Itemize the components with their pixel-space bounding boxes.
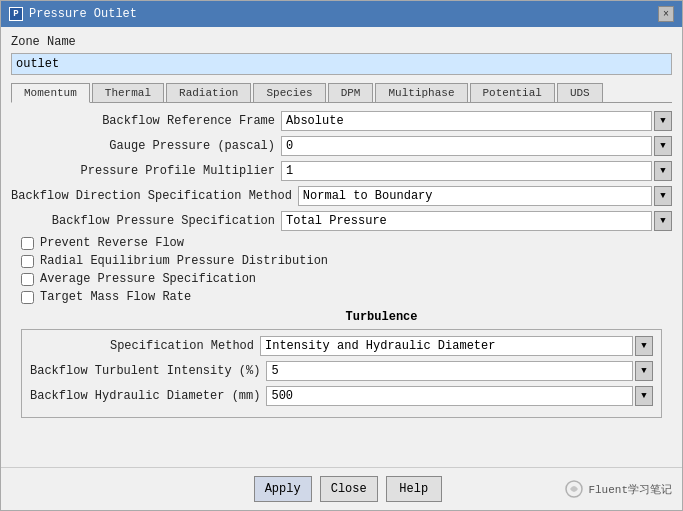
spec-method-input[interactable] <box>260 336 633 356</box>
content-area: Zone Name Momentum Thermal Radiation Spe… <box>1 27 682 467</box>
radial-equilibrium-checkbox[interactable] <box>21 255 34 268</box>
turbulence-box: Specification Method ▼ Backflow Turbulen… <box>21 329 662 418</box>
gauge-pressure-row: Gauge Pressure (pascal) ▼ <box>11 136 672 156</box>
footer-buttons: Apply Close Help <box>131 476 564 502</box>
target-mass-flow-label: Target Mass Flow Rate <box>40 290 191 304</box>
turbulent-intensity-input-wrap: ▼ <box>266 361 653 381</box>
tab-species[interactable]: Species <box>253 83 325 102</box>
app-icon: P <box>9 7 23 21</box>
backflow-ref-frame-row: Backflow Reference Frame ▼ <box>11 111 672 131</box>
window-title: Pressure Outlet <box>29 7 137 21</box>
zone-name-label: Zone Name <box>11 35 672 49</box>
pressure-outlet-window: P Pressure Outlet × Zone Name Momentum T… <box>0 0 683 511</box>
checkbox-radial-equilibrium: Radial Equilibrium Pressure Distribution <box>11 254 672 268</box>
tab-thermal[interactable]: Thermal <box>92 83 164 102</box>
turbulence-section-title: Turbulence <box>11 310 672 324</box>
pressure-profile-row: Pressure Profile Multiplier ▼ <box>11 161 672 181</box>
turbulent-intensity-dropdown[interactable]: ▼ <box>635 361 653 381</box>
backflow-dir-label: Backflow Direction Specification Method <box>11 189 298 203</box>
checkbox-prevent-reverse-flow: Prevent Reverse Flow <box>11 236 672 250</box>
gauge-pressure-input-wrap: ▼ <box>281 136 672 156</box>
spec-method-row: Specification Method ▼ <box>30 336 653 356</box>
target-mass-flow-checkbox[interactable] <box>21 291 34 304</box>
average-pressure-checkbox[interactable] <box>21 273 34 286</box>
title-bar-left: P Pressure Outlet <box>9 7 137 21</box>
tab-uds[interactable]: UDS <box>557 83 603 102</box>
close-button[interactable]: Close <box>320 476 378 502</box>
title-bar: P Pressure Outlet × <box>1 1 682 27</box>
hydraulic-diameter-label: Backflow Hydraulic Diameter (mm) <box>30 389 266 403</box>
tab-bar: Momentum Thermal Radiation Species DPM M… <box>11 83 672 103</box>
apply-button[interactable]: Apply <box>254 476 312 502</box>
hydraulic-diameter-input[interactable] <box>266 386 633 406</box>
tab-potential[interactable]: Potential <box>470 83 555 102</box>
backflow-pressure-input[interactable] <box>281 211 652 231</box>
prevent-reverse-flow-checkbox[interactable] <box>21 237 34 250</box>
backflow-dir-input[interactable] <box>298 186 652 206</box>
average-pressure-label: Average Pressure Specification <box>40 272 256 286</box>
pressure-profile-input[interactable] <box>281 161 652 181</box>
turbulent-intensity-row: Backflow Turbulent Intensity (%) ▼ <box>30 361 653 381</box>
hydraulic-diameter-dropdown[interactable]: ▼ <box>635 386 653 406</box>
backflow-pressure-row: Backflow Pressure Specification ▼ <box>11 211 672 231</box>
checkbox-target-mass-flow: Target Mass Flow Rate <box>11 290 672 304</box>
help-button[interactable]: Help <box>386 476 442 502</box>
prevent-reverse-flow-label: Prevent Reverse Flow <box>40 236 184 250</box>
hydraulic-diameter-row: Backflow Hydraulic Diameter (mm) ▼ <box>30 386 653 406</box>
hydraulic-diameter-input-wrap: ▼ <box>266 386 653 406</box>
backflow-ref-frame-dropdown[interactable]: ▼ <box>654 111 672 131</box>
logo-text: Fluent学习笔记 <box>588 482 672 497</box>
tab-multiphase[interactable]: Multiphase <box>375 83 467 102</box>
turbulent-intensity-label: Backflow Turbulent Intensity (%) <box>30 364 266 378</box>
backflow-ref-frame-label: Backflow Reference Frame <box>11 114 281 128</box>
zone-name-input[interactable] <box>11 53 672 75</box>
backflow-ref-frame-input[interactable] <box>281 111 652 131</box>
backflow-ref-frame-input-wrap: ▼ <box>281 111 672 131</box>
backflow-dir-row: Backflow Direction Specification Method … <box>11 186 672 206</box>
fluent-logo-icon <box>564 479 584 499</box>
checkbox-average-pressure: Average Pressure Specification <box>11 272 672 286</box>
pressure-profile-dropdown[interactable]: ▼ <box>654 161 672 181</box>
radial-equilibrium-label: Radial Equilibrium Pressure Distribution <box>40 254 328 268</box>
close-window-button[interactable]: × <box>658 6 674 22</box>
footer-logo: Fluent学习笔记 <box>564 479 672 499</box>
backflow-pressure-dropdown[interactable]: ▼ <box>654 211 672 231</box>
gauge-pressure-label: Gauge Pressure (pascal) <box>11 139 281 153</box>
spec-method-dropdown[interactable]: ▼ <box>635 336 653 356</box>
spec-method-label: Specification Method <box>30 339 260 353</box>
backflow-dir-input-wrap: ▼ <box>298 186 672 206</box>
pressure-profile-label: Pressure Profile Multiplier <box>11 164 281 178</box>
form-area: Backflow Reference Frame ▼ Gauge Pressur… <box>11 111 672 459</box>
tab-dpm[interactable]: DPM <box>328 83 374 102</box>
spec-method-input-wrap: ▼ <box>260 336 653 356</box>
gauge-pressure-input[interactable] <box>281 136 652 156</box>
backflow-pressure-label: Backflow Pressure Specification <box>11 214 281 228</box>
backflow-dir-dropdown[interactable]: ▼ <box>654 186 672 206</box>
footer: Apply Close Help Fluent学习笔记 <box>1 467 682 510</box>
pressure-profile-input-wrap: ▼ <box>281 161 672 181</box>
tab-radiation[interactable]: Radiation <box>166 83 251 102</box>
gauge-pressure-dropdown[interactable]: ▼ <box>654 136 672 156</box>
tab-momentum[interactable]: Momentum <box>11 83 90 103</box>
backflow-pressure-input-wrap: ▼ <box>281 211 672 231</box>
turbulent-intensity-input[interactable] <box>266 361 633 381</box>
